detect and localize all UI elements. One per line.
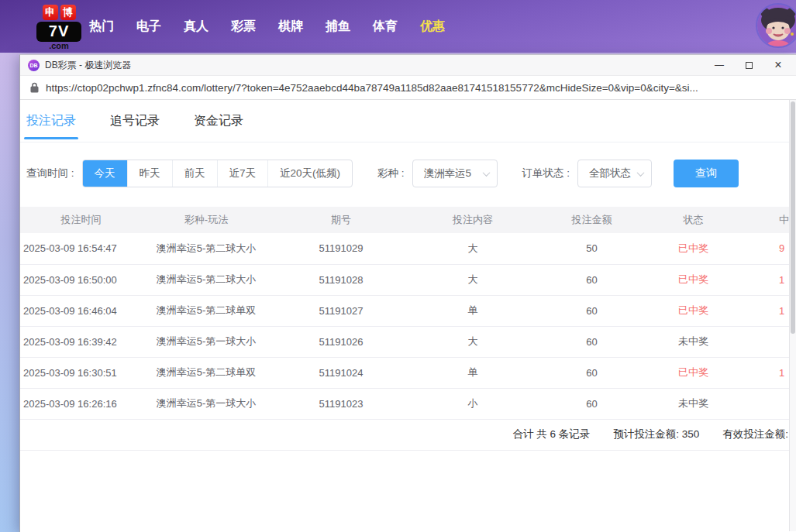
win-amount: 1: [740, 357, 790, 388]
logo-text: 7V: [36, 22, 81, 42]
bet-content: 单: [408, 295, 537, 326]
status: 未中奖: [646, 388, 740, 419]
query-button[interactable]: 查询: [674, 160, 739, 187]
time-range-option[interactable]: 前天: [172, 160, 217, 187]
logo-badge-left: 申: [43, 5, 58, 20]
column-header: 投注金额: [537, 207, 646, 233]
bet-content: 单: [408, 357, 537, 388]
order-status-select[interactable]: 全部状态: [577, 160, 652, 187]
close-button[interactable]: ×: [763, 55, 793, 75]
bet-content: 大: [408, 326, 537, 357]
bet-content: 大: [408, 264, 537, 295]
status-selected-value: 全部状态: [589, 166, 631, 180]
tab-item[interactable]: 投注记录: [26, 100, 76, 142]
issue-number: 51191024: [274, 357, 408, 388]
record-count: 合计 共 6 条记录: [512, 427, 590, 441]
game-play: 澳洲幸运5-第二球大小: [139, 264, 274, 295]
minimize-icon: —: [715, 60, 724, 70]
issue-number: 51191023: [274, 388, 408, 419]
status-filter-label: 订单状态 :: [522, 166, 570, 180]
window-scrollbar[interactable]: [789, 100, 796, 531]
time-filter-label: 查询时间 :: [26, 166, 74, 180]
nav-item[interactable]: 热门: [89, 19, 114, 35]
status: 已中奖: [646, 357, 740, 388]
table-row: 2025-03-09 16:26:16澳洲幸运5-第一球大小51191023小6…: [20, 388, 790, 419]
url-bar[interactable]: https://ctop02pchwp1.zfnc84.com/lottery/…: [20, 76, 796, 100]
win-amount: 9: [740, 233, 790, 264]
close-icon: ×: [774, 59, 781, 71]
bet-amount: 50: [537, 233, 646, 264]
url-text: https://ctop02pchwp1.zfnc84.com/lottery/…: [46, 82, 698, 94]
column-header: 中奖金额: [740, 207, 790, 233]
chevron-down-icon: [482, 169, 490, 177]
filter-bar: 查询时间 : 今天昨天前天近7天近20天(低频) 彩种 : 澳洲幸运5 订单状态…: [26, 160, 796, 187]
nav-item[interactable]: 棋牌: [278, 19, 303, 35]
game-play: 澳洲幸运5-第一球大小: [139, 326, 274, 357]
lottery-filter-label: 彩种 :: [377, 166, 405, 180]
table-row: 2025-03-09 16:39:42澳洲幸运5-第一球大小51191026大6…: [20, 326, 790, 357]
issue-number: 51191026: [274, 326, 408, 357]
user-avatar[interactable]: [756, 3, 796, 48]
time-range-option[interactable]: 今天: [83, 160, 127, 187]
status: 未中奖: [646, 326, 740, 357]
nav-item[interactable]: 捕鱼: [326, 19, 350, 35]
maximize-button[interactable]: [734, 55, 763, 75]
time-range-option[interactable]: 近20天(低频): [267, 160, 352, 187]
table-row: 2025-03-09 16:50:00澳洲幸运5-第二球大小51191028大6…: [20, 264, 790, 295]
scrollbar-thumb[interactable]: [791, 101, 795, 334]
game-play: 澳洲幸运5-第二球大小: [139, 233, 274, 264]
browser-window: DB DB彩票 - 极速浏览器 — × https://ctop02pchwp1…: [19, 54, 796, 532]
lottery-select[interactable]: 澳洲幸运5: [412, 160, 498, 187]
app-icon: DB: [28, 60, 40, 71]
main-nav: 热门电子真人彩票棋牌捕鱼体育优惠: [89, 0, 445, 53]
table-row: 2025-03-09 16:54:47澳洲幸运5-第二球大小51191029大5…: [20, 233, 790, 264]
bet-amount: 60: [537, 388, 646, 419]
table-row: 2025-03-09 16:46:04澳洲幸运5-第二球单双51191027单6…: [20, 295, 790, 326]
chevron-down-icon: [637, 169, 645, 177]
bet-amount: 60: [537, 357, 646, 388]
bet-content: 大: [408, 233, 537, 264]
window-titlebar[interactable]: DB DB彩票 - 极速浏览器 — ×: [20, 55, 796, 76]
lottery-selected-value: 澳洲幸运5: [424, 166, 472, 180]
table-header-row: 投注时间彩种-玩法期号投注内容投注金额状态中奖金额: [20, 207, 790, 233]
bet-amount: 60: [537, 326, 646, 357]
maximize-icon: [746, 62, 753, 69]
nav-item[interactable]: 电子: [136, 19, 161, 35]
bet-time: 2025-03-09 16:54:47: [20, 233, 139, 264]
nav-item[interactable]: 彩票: [231, 19, 256, 35]
tab-item[interactable]: 资金记录: [194, 100, 243, 142]
game-play: 澳洲幸运5-第二球单双: [139, 295, 274, 326]
table-row: 2025-03-09 16:30:51澳洲幸运5-第二球单双51191024单6…: [20, 357, 790, 388]
game-play: 澳洲幸运5-第一球大小: [139, 388, 274, 419]
bet-time: 2025-03-09 16:50:00: [20, 264, 139, 295]
win-amount: [740, 326, 790, 357]
bet-records-table: 投注时间彩种-玩法期号投注内容投注金额状态中奖金额 2025-03-09 16:…: [20, 207, 790, 420]
column-header: 投注时间: [20, 207, 139, 233]
status: 已中奖: [646, 264, 740, 295]
bet-content: 小: [408, 388, 537, 419]
window-controls: — ×: [705, 55, 793, 75]
time-range-option[interactable]: 近7天: [217, 160, 268, 187]
bet-time: 2025-03-09 16:39:42: [20, 326, 139, 357]
nav-item[interactable]: 体育: [373, 19, 398, 35]
nav-item[interactable]: 优惠: [420, 19, 445, 35]
valid-bet-amount: 有效投注金额:: [722, 427, 788, 441]
table-body: 2025-03-09 16:54:47澳洲幸运5-第二球大小51191029大5…: [20, 233, 790, 419]
nav-item[interactable]: 真人: [184, 19, 208, 35]
column-header: 期号: [274, 207, 408, 233]
bet-time: 2025-03-09 16:26:16: [20, 388, 139, 419]
time-range-option[interactable]: 昨天: [127, 160, 172, 187]
tab-bar: 投注记录追号记录资金记录: [20, 100, 796, 142]
page-content: 投注记录追号记录资金记录 查询时间 : 今天昨天前天近7天近20天(低频) 彩种…: [20, 100, 796, 531]
site-logo[interactable]: 申 博 7V .com: [36, 5, 81, 50]
tab-item[interactable]: 追号记录: [110, 100, 160, 142]
issue-number: 51191029: [274, 233, 408, 264]
column-header: 投注内容: [408, 207, 537, 233]
bet-amount: 60: [537, 264, 646, 295]
logo-badge-right: 博: [60, 5, 76, 20]
minimize-button[interactable]: —: [705, 55, 734, 75]
bet-time: 2025-03-09 16:46:04: [20, 295, 139, 326]
status: 已中奖: [646, 295, 740, 326]
logo-badges: 申 博: [36, 5, 81, 20]
win-amount: [740, 388, 790, 419]
